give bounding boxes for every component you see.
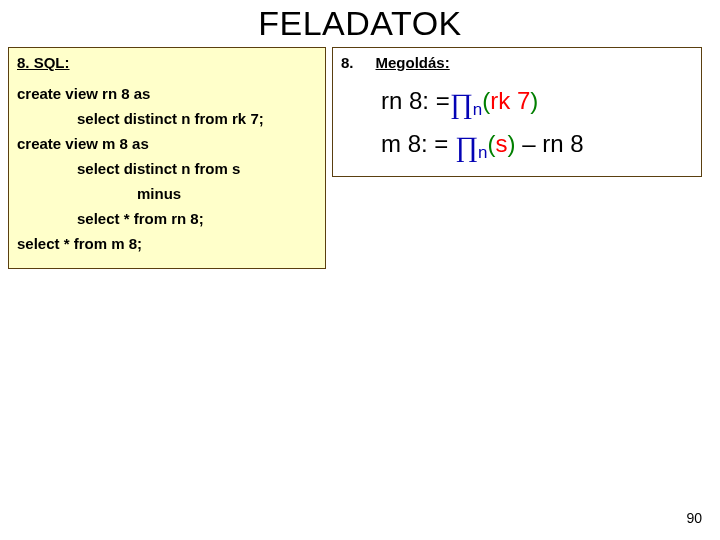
- solution-header: Megoldás:: [376, 54, 450, 71]
- slide-number: 90: [686, 510, 702, 526]
- f2-rparen: ): [508, 130, 516, 157]
- f1-subscript: n: [473, 100, 482, 119]
- f1-lhs: rn 8: =: [381, 87, 450, 114]
- sql-line-7: select * from m 8;: [17, 233, 317, 254]
- sql-panel: 8. SQL: create view rn 8 as select disti…: [8, 47, 326, 269]
- pi-icon: ∏: [450, 88, 473, 119]
- solution-panel: 8. Megoldás: rn 8: =∏n(rk 7) m 8: = ∏n(s…: [332, 47, 702, 177]
- sql-line-6: select * from rn 8;: [77, 208, 317, 229]
- solution-number: 8.: [341, 54, 354, 71]
- f2-tail: – rn 8: [516, 130, 584, 157]
- formula-2: m 8: = ∏n(s) – rn 8: [381, 122, 693, 165]
- sql-line-3: create view m 8 as: [17, 133, 317, 154]
- sql-line-5: minus: [137, 183, 317, 204]
- f2-lparen: (: [488, 130, 496, 157]
- f2-lhs: m 8: =: [381, 130, 455, 157]
- sql-line-2: select distinct n from rk 7;: [77, 108, 317, 129]
- sql-header: 8. SQL:: [17, 54, 317, 71]
- pi-icon: ∏: [455, 131, 478, 162]
- solution-header-row: 8. Megoldás:: [341, 54, 693, 71]
- panels-row: 8. SQL: create view rn 8 as select disti…: [0, 47, 720, 269]
- sql-line-4: select distinct n from s: [77, 158, 317, 179]
- f1-rparen: ): [530, 87, 538, 114]
- f2-arg: s: [496, 130, 508, 157]
- f1-arg: rk 7: [490, 87, 530, 114]
- slide-title: FELADATOK: [0, 4, 720, 43]
- sql-line-1: create view rn 8 as: [17, 83, 317, 104]
- f2-subscript: n: [478, 143, 487, 162]
- formula-1: rn 8: =∏n(rk 7): [381, 79, 693, 122]
